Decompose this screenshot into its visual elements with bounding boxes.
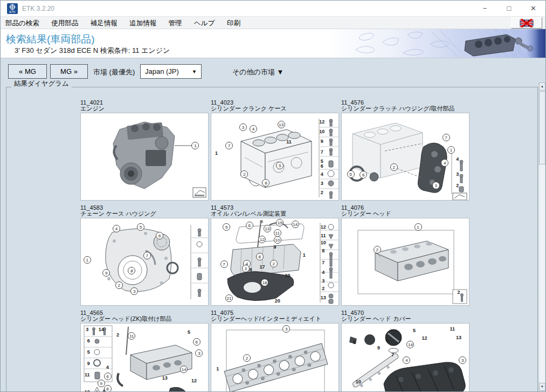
diagram-callout: 17: [259, 265, 265, 270]
diagram-callout: 8: [128, 267, 135, 274]
diagram-callout: 9: [98, 380, 105, 387]
market-dropdown[interactable]: Japan (JP) ▼: [140, 64, 202, 79]
diagram-callout: 7: [220, 260, 228, 268]
diagram-callout: 15: [276, 219, 284, 226]
menu-parts-search[interactable]: 部品の検索: [1, 17, 44, 28]
diagram-callout: 6: [104, 373, 112, 380]
diagram-callout: 9: [87, 361, 90, 366]
diagram-callout: 11: [321, 233, 326, 238]
diagram-cell: 11_4570 シリンダー ヘッド カバー: [341, 310, 469, 392]
etk-logo-icon: ETK: [7, 3, 18, 14]
diagram-callout: 2: [321, 190, 323, 195]
diagram-callout: 1: [414, 223, 422, 231]
diagram-callout: 5: [137, 223, 144, 231]
language-toggle-button[interactable]: [511, 17, 542, 29]
other-markets-dropdown[interactable]: その他の市場 ▼: [232, 67, 284, 77]
diagram-callout: 1: [84, 256, 91, 264]
diagram-callout: 8: [104, 385, 112, 392]
diagram-cell: 11_4075 シリンダーヘッド/インターミディエイト: [211, 310, 339, 392]
menu-admin[interactable]: 管理: [164, 17, 187, 28]
diagram-callout: 4: [321, 171, 323, 176]
diagram-callout: 2: [458, 290, 460, 294]
menu-used-parts[interactable]: 使用部品: [46, 17, 83, 28]
diagram-callout: 2: [116, 332, 119, 337]
mg-previous-button[interactable]: « MG: [8, 64, 47, 79]
close-button[interactable]: ✕: [521, 1, 545, 17]
menu-supplementary-info[interactable]: 補足情報: [86, 17, 122, 28]
diagram-callout: 4: [456, 157, 459, 162]
diagram-callout: 4: [403, 356, 410, 364]
diagram-callout: 6: [246, 222, 253, 229]
engine-illustration: [81, 113, 209, 201]
diagram-callout: 12: [191, 379, 197, 383]
diagram-callout: 11: [450, 326, 455, 331]
diagram-callout: 7: [443, 134, 450, 141]
diagram-thumbnail-clutch-housing[interactable]: 7142356432: [341, 113, 469, 201]
crankcase-illustration: [211, 113, 339, 201]
diagram-callout: 2: [374, 246, 381, 253]
scroll-down-button[interactable]: ▼: [539, 383, 545, 391]
diagram-callout: 18: [261, 279, 268, 286]
diagram-name: シリンダー ヘッド カバー: [341, 316, 469, 322]
diagram-callout: 5: [87, 350, 90, 355]
diagram-cell: 11_4076 シリンダー ヘッド: [341, 205, 469, 306]
maximize-button[interactable]: □: [497, 1, 521, 17]
diagram-name: オイル パン/レベル測定装置: [211, 211, 339, 217]
scrollbar-thumb[interactable]: [539, 91, 545, 164]
diagram-callout: 11: [286, 140, 292, 145]
diagram-thumbnail-crankcase[interactable]: 3413117152812109756432: [211, 113, 339, 201]
diagram-callout: 12: [321, 225, 326, 230]
diagram-grid: 11_4021 エンジン 1 11_4023: [80, 100, 473, 392]
diagram-thumbnail-intermediate[interactable]: 123: [211, 323, 339, 392]
diagram-callout: 9: [273, 245, 276, 250]
diagram-callout: 11: [128, 332, 135, 340]
etk-window: { "window": { "title": "ETK 3.2.20", "ap…: [0, 0, 546, 392]
diagram-thumbnail-cylinder-head[interactable]: 122: [341, 218, 469, 306]
diagram-thumbnail-chain-case[interactable]: 456718923: [80, 218, 209, 306]
diagram-callout: 3: [282, 325, 290, 333]
diagram-callout: 2: [240, 170, 248, 178]
diagram-callout: 2: [322, 286, 324, 291]
diagram-callout: 9: [102, 269, 110, 277]
diagram-callout: 14: [180, 366, 188, 373]
banner-artwork: [351, 29, 545, 58]
diagram-callout: 13: [278, 121, 285, 128]
diagram-callout: 2: [456, 183, 459, 188]
diagram-callout: 10: [319, 129, 324, 134]
window-title: ETK 3.2.20: [22, 5, 54, 12]
diagram-name: シリンダー クランク ケース: [211, 106, 339, 112]
menu-additional-info[interactable]: 追加情報: [125, 17, 161, 28]
diagram-callout: 3: [432, 182, 440, 189]
minimize-button[interactable]: −: [473, 1, 497, 17]
diagram-callout: 6: [360, 171, 367, 178]
diagram-callout: 4: [250, 125, 257, 133]
vehicle-context: 3' F30 セダン 318d ECE N 検索条件: 11 エンジン: [15, 46, 170, 56]
cylinder-head-illustration: [342, 218, 469, 306]
results-group-title: 結果ダイヤグラム: [11, 79, 72, 88]
diagram-thumbnail-head-mounting[interactable]: 31465911211469810131412563: [80, 323, 209, 392]
mg-next-button[interactable]: MG »: [50, 64, 88, 79]
menu-print[interactable]: 印刷: [222, 17, 245, 28]
diagram-callout: 6: [321, 164, 323, 169]
diagram-callout: 1: [303, 252, 306, 257]
market-label: 市場 (最優先): [93, 67, 135, 77]
diagram-callout: 3: [459, 356, 466, 364]
menu-help[interactable]: ヘルプ: [189, 17, 219, 28]
diagram-callout: 2: [243, 354, 251, 362]
scroll-up-button[interactable]: ▲: [539, 82, 545, 91]
diagram-callout: 12: [258, 236, 266, 243]
diagram-thumbnail-oil-pan[interactable]: 5613151412111091821716191843721201211108…: [211, 218, 339, 306]
menu-bar: 部品の検索 使用部品 補足情報 追加情報 管理 ヘルプ 印刷: [1, 17, 545, 29]
vertical-scrollbar[interactable]: ▲ ▼: [538, 82, 545, 391]
svg-text:ETK: ETK: [9, 10, 16, 13]
diagram-callout: 6: [87, 339, 90, 343]
diagram-name: シリンダー ヘッド: [341, 211, 469, 217]
diagram-thumbnail-engine[interactable]: 1: [80, 113, 209, 201]
diagram-callout: 10: [274, 236, 281, 244]
diagram-thumbnail-head-cover[interactable]: 512141113689743101: [341, 323, 469, 392]
diagram-callout: 3: [456, 171, 459, 176]
diagram-callout: 7: [391, 352, 394, 357]
diagram-callout: 20: [275, 298, 280, 303]
diagram-callout: 2: [390, 163, 398, 171]
diagram-callout: 5: [321, 159, 323, 163]
